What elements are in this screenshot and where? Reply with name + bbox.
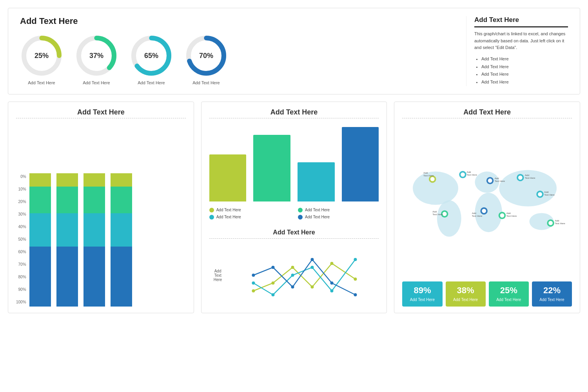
stat-box-1: 38% Add Text Here bbox=[446, 281, 486, 307]
stat-label-0: Add Text Here bbox=[405, 297, 440, 303]
svg-point-58 bbox=[482, 209, 486, 213]
svg-point-27 bbox=[413, 172, 458, 205]
donut-pct-2: 65% bbox=[144, 52, 158, 60]
grouped-bars bbox=[209, 124, 379, 202]
grouped-bar-2 bbox=[298, 162, 335, 201]
grouped-bar-panel: Add Text Here Add Text HereAdd Text Here… bbox=[201, 102, 387, 313]
bar-seg-2-2 bbox=[83, 187, 105, 213]
bar-seg-3-2 bbox=[111, 187, 132, 213]
svg-point-13 bbox=[354, 278, 357, 281]
legend-item-1: Add Text Here bbox=[298, 208, 379, 212]
svg-point-28 bbox=[437, 200, 461, 237]
bar-seg-0-1 bbox=[29, 213, 51, 247]
legend-dot-2 bbox=[209, 215, 214, 220]
svg-point-15 bbox=[272, 293, 275, 296]
stat-label-3: Add Text Here bbox=[534, 297, 570, 303]
legend-label-2: Add Text Here bbox=[216, 215, 241, 219]
bar-seg-3-3 bbox=[111, 173, 132, 187]
stacked-title: Add Text Here bbox=[16, 108, 186, 116]
svg-point-11 bbox=[311, 285, 314, 289]
info-bullet-1: Add Text Here bbox=[481, 63, 568, 71]
svg-point-12 bbox=[330, 262, 334, 265]
donut-chart-1: 37% bbox=[75, 34, 118, 77]
bar-seg-3-1 bbox=[111, 213, 132, 247]
stat-pct-2: 25% bbox=[491, 285, 526, 296]
stat-box-3: 22% Add Text Here bbox=[532, 281, 572, 307]
svg-point-25 bbox=[354, 293, 357, 296]
svg-text:Add: Add bbox=[472, 212, 477, 214]
svg-point-62 bbox=[500, 213, 505, 218]
grouped-title: Add Text Here bbox=[209, 108, 379, 116]
svg-point-23 bbox=[311, 258, 314, 261]
y-axis: 100%90%80%70%60%50%40%30%20%10%0% bbox=[16, 173, 26, 307]
stat-boxes: 89% Add Text Here 38% Add Text Here 25% … bbox=[402, 281, 572, 307]
svg-point-42 bbox=[488, 178, 492, 183]
y-label-10: 0% bbox=[16, 173, 26, 180]
svg-point-30 bbox=[475, 193, 503, 232]
bar-stack-2 bbox=[83, 173, 105, 307]
svg-text:Text Here: Text Here bbox=[467, 173, 477, 176]
svg-point-34 bbox=[430, 177, 435, 181]
stat-label-1: Add Text Here bbox=[448, 297, 483, 303]
grouped-bar-1 bbox=[253, 135, 290, 201]
top-section: Add Text Here 25% Add Text Here 37% Add … bbox=[8, 8, 580, 94]
y-label-4: 60% bbox=[16, 249, 26, 256]
svg-text:Text Here: Text Here bbox=[544, 193, 555, 196]
line-axis-label: AddTextHere bbox=[209, 269, 227, 282]
top-title: Add Text Here bbox=[20, 16, 462, 26]
svg-point-21 bbox=[272, 266, 275, 269]
stat-pct-3: 22% bbox=[534, 285, 570, 296]
bar-seg-1-2 bbox=[56, 187, 78, 213]
legend-label-3: Add Text Here bbox=[305, 215, 330, 219]
legend-dot-1 bbox=[298, 208, 303, 212]
top-left-panel: Add Text Here 25% Add Text Here 37% Add … bbox=[20, 16, 462, 85]
svg-text:Add: Add bbox=[467, 171, 472, 173]
bar-seg-3-0 bbox=[111, 247, 132, 307]
bar-seg-1-1 bbox=[56, 213, 78, 247]
donut-label-1: Add Text Here bbox=[83, 80, 110, 85]
svg-text:Text Here: Text Here bbox=[555, 222, 566, 225]
svg-point-8 bbox=[252, 289, 255, 292]
donut-item-0: 25% Add Text Here bbox=[20, 34, 63, 85]
legend-item-3: Add Text Here bbox=[298, 215, 379, 220]
legend-grid: Add Text HereAdd Text HereAdd Text HereA… bbox=[209, 208, 379, 220]
stat-box-0: 89% Add Text Here bbox=[402, 281, 442, 307]
svg-point-14 bbox=[252, 281, 255, 285]
svg-text:Add: Add bbox=[525, 174, 530, 176]
bar-seg-0-3 bbox=[29, 173, 51, 187]
stat-box-2: 25% Add Text Here bbox=[489, 281, 529, 307]
donut-pct-1: 37% bbox=[89, 52, 103, 60]
svg-point-24 bbox=[330, 281, 334, 285]
svg-text:Add: Add bbox=[555, 219, 560, 222]
donut-item-2: 65% Add Text Here bbox=[130, 34, 173, 85]
donut-chart-0: 25% bbox=[20, 34, 63, 77]
info-bullet-0: Add Text Here bbox=[481, 55, 568, 63]
y-label-2: 80% bbox=[16, 274, 26, 281]
svg-point-22 bbox=[291, 285, 294, 289]
svg-point-46 bbox=[518, 176, 523, 180]
svg-point-38 bbox=[461, 172, 465, 177]
donut-chart-2: 65% bbox=[130, 34, 173, 77]
info-list: Add Text HereAdd Text HereAdd Text HereA… bbox=[474, 55, 568, 86]
svg-text:Text Here: Text Here bbox=[525, 176, 535, 179]
y-label-7: 30% bbox=[16, 211, 26, 218]
stat-label-2: Add Text Here bbox=[491, 297, 526, 303]
bar-seg-2-0 bbox=[83, 247, 105, 307]
svg-text:Add: Add bbox=[544, 191, 549, 193]
bar-stack-3 bbox=[111, 173, 132, 307]
svg-point-18 bbox=[330, 289, 334, 292]
map-panel: Add Text Here bbox=[394, 102, 580, 313]
info-bullet-2: Add Text Here bbox=[481, 71, 568, 78]
svg-point-19 bbox=[354, 258, 357, 261]
svg-point-66 bbox=[549, 221, 553, 225]
bar-seg-2-1 bbox=[83, 213, 105, 247]
bottom-section: Add Text Here 100%90%80%70%60%50%40%30%2… bbox=[8, 102, 580, 313]
donut-chart-3: 70% bbox=[185, 34, 228, 77]
y-label-6: 40% bbox=[16, 223, 26, 230]
bar-seg-1-3 bbox=[56, 173, 78, 187]
y-label-9: 10% bbox=[16, 186, 26, 193]
bar-seg-0-0 bbox=[29, 247, 51, 307]
svg-text:Text Here: Text Here bbox=[506, 214, 517, 217]
svg-text:Add: Add bbox=[423, 171, 428, 174]
legend-dot-3 bbox=[298, 215, 303, 220]
